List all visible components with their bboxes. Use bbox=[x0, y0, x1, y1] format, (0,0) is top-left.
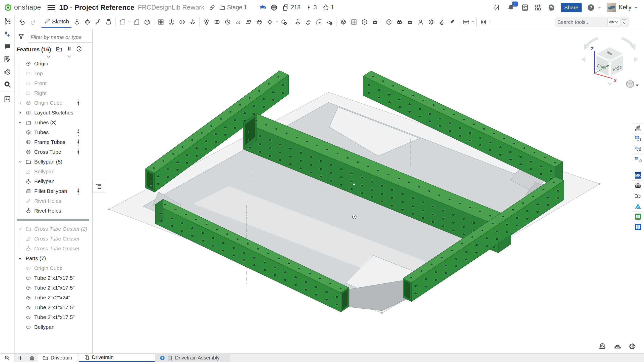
helix-icon[interactable] bbox=[222, 16, 233, 28]
feature-row-cross-tube-gusset[interactable]: Cross Tube Gusset bbox=[15, 244, 92, 253]
notes-icon[interactable] bbox=[2, 53, 13, 65]
undo-button[interactable] bbox=[17, 16, 28, 28]
thicken-icon[interactable] bbox=[187, 16, 198, 28]
mass-properties-icon[interactable] bbox=[628, 342, 636, 350]
linear-pattern-icon[interactable] bbox=[156, 16, 166, 28]
filter-funnel-icon[interactable] bbox=[18, 33, 25, 41]
triangle-logo-icon[interactable] bbox=[632, 201, 643, 211]
delete-face-icon[interactable] bbox=[324, 16, 335, 28]
search-tools-box[interactable]: Search tools... alt/⌥ c bbox=[555, 17, 629, 27]
replace-face-icon[interactable] bbox=[303, 16, 314, 28]
fillet-icon[interactable] bbox=[117, 16, 128, 28]
move-face-icon[interactable] bbox=[292, 16, 303, 28]
marker-tool-icon[interactable] bbox=[447, 16, 458, 28]
drag-handle-dots[interactable] bbox=[77, 148, 79, 157]
search-model-icon[interactable] bbox=[2, 78, 13, 91]
feature-row-bellypan-5-[interactable]: Bellypan (5) bbox=[15, 157, 92, 167]
rollback-bar[interactable] bbox=[17, 219, 89, 221]
learning-cap-icon[interactable] bbox=[259, 4, 266, 11]
name-tag-caret-icon[interactable] bbox=[471, 16, 475, 28]
feature-row-cross-tube-gusset-2-[interactable]: Cross Tube Gusset (2) bbox=[15, 224, 92, 234]
feature-row-origin-cube[interactable]: Origin Cube bbox=[15, 263, 92, 273]
tab-partstudio-drivetrain[interactable]: Drivetrain bbox=[79, 354, 155, 362]
tasks-checklist-icon[interactable] bbox=[521, 4, 529, 11]
apps-grid-icon[interactable] bbox=[534, 4, 542, 11]
help-caret-icon[interactable] bbox=[597, 5, 602, 10]
feature-row-tube-2-x1-x17-5-[interactable]: Tube 2"x1"x17.5" bbox=[15, 283, 92, 293]
protractor-icon[interactable] bbox=[613, 342, 622, 350]
tab-folder-drivetrain[interactable]: Drivetrain bbox=[38, 354, 79, 362]
config-cube-icon[interactable] bbox=[632, 144, 643, 154]
feature-row-rivet-holes[interactable]: Rivet Holes bbox=[15, 196, 92, 206]
chevron-collapsed-icon[interactable] bbox=[17, 101, 23, 105]
robot-belt-tool-icon[interactable] bbox=[394, 16, 405, 28]
config-variable-icon[interactable]: (x) bbox=[632, 154, 643, 165]
feature-row-bellypan[interactable]: Bellypan bbox=[15, 322, 92, 332]
robot-intake-tool-icon[interactable] bbox=[405, 16, 415, 28]
loft-icon[interactable] bbox=[103, 16, 114, 28]
learning-center-icon[interactable] bbox=[547, 4, 555, 12]
feature-row-tubes-3-[interactable]: Tubes (3) bbox=[15, 117, 92, 127]
chevron-expanded-icon[interactable] bbox=[17, 120, 23, 125]
split-face-icon[interactable] bbox=[243, 16, 254, 28]
delete-part-icon[interactable] bbox=[279, 16, 289, 28]
view-cube[interactable]: Top Front Right Z X bbox=[568, 33, 641, 96]
composite-part-icon[interactable] bbox=[201, 16, 212, 28]
export-branch-icon[interactable] bbox=[632, 191, 643, 201]
performance-icon[interactable] bbox=[2, 65, 13, 78]
tab-search-button[interactable] bbox=[0, 354, 15, 362]
like-icon[interactable] bbox=[322, 4, 329, 11]
feature-row-tube-2-x1-x17-5-[interactable]: Tube 2"x1"x17.5" bbox=[15, 312, 92, 322]
modify-fillet-icon[interactable] bbox=[314, 16, 324, 28]
name-tag-icon[interactable] bbox=[461, 16, 471, 28]
redo-button[interactable] bbox=[28, 16, 38, 28]
link-icon[interactable] bbox=[209, 4, 215, 11]
insert-version-icon[interactable] bbox=[2, 28, 13, 40]
nut-tool-icon[interactable] bbox=[384, 16, 394, 28]
bom-list-icon[interactable] bbox=[2, 93, 13, 105]
feature-row-rivet-holes[interactable]: Rivet Holes bbox=[15, 206, 92, 216]
named-views-icon[interactable] bbox=[478, 16, 489, 28]
robot-tool-icon[interactable] bbox=[370, 16, 380, 28]
feature-row-cross-tube[interactable]: Cross Tube bbox=[15, 147, 92, 157]
book-blue-icon[interactable] bbox=[632, 222, 643, 232]
feature-row-origin-cube[interactable]: Origin Cube bbox=[15, 98, 92, 108]
comment-icon[interactable] bbox=[2, 40, 13, 53]
collapse-tree-button[interactable] bbox=[92, 180, 105, 192]
feature-row-layout-sketches[interactable]: Layout Sketches bbox=[15, 108, 92, 117]
feature-row-tubes[interactable]: Tubes bbox=[15, 127, 92, 137]
view-options-button[interactable] bbox=[627, 80, 639, 88]
robot-widget-icon[interactable] bbox=[632, 180, 643, 191]
variable-icon[interactable]: (x) bbox=[233, 16, 243, 28]
feature-row-tube-2-x1-x17-5-[interactable]: Tube 2"x1"x17.5" bbox=[15, 273, 92, 283]
mk-logo-icon[interactable]: MK bbox=[632, 170, 643, 180]
transform-caret-icon[interactable] bbox=[275, 16, 279, 28]
extrude-icon[interactable] bbox=[71, 16, 82, 28]
filter-input[interactable] bbox=[28, 32, 93, 43]
gear-tool-icon[interactable] bbox=[426, 16, 436, 28]
feature-row-front[interactable]: Front bbox=[15, 78, 92, 88]
versions-dots-icon[interactable] bbox=[306, 4, 312, 11]
feature-row-fillet-bellypan[interactable]: Fillet Bellypan bbox=[15, 186, 92, 196]
home-tab-button[interactable] bbox=[26, 354, 38, 362]
featurescript-icon[interactable] bbox=[493, 4, 501, 11]
help-icon[interactable]: ? bbox=[587, 3, 595, 12]
version-graph-icon[interactable] bbox=[2, 15, 13, 28]
tab-assembly-drivetrain[interactable]: Drivetrain Assembly bbox=[155, 354, 230, 362]
feature-row-tube-2-x1-x17-5-[interactable]: Tube 2"x1"x17.5" bbox=[15, 302, 92, 312]
feature-row-frame-tubes[interactable]: Frame Tubes bbox=[15, 137, 92, 147]
avatar[interactable] bbox=[607, 3, 616, 12]
person-tool-icon[interactable] bbox=[415, 16, 426, 28]
feature-row-origin[interactable]: Origin bbox=[15, 59, 92, 68]
drag-handle-dots[interactable] bbox=[77, 138, 79, 147]
sketch-button[interactable]: Sketch bbox=[42, 16, 71, 28]
new-tab-button[interactable] bbox=[15, 354, 26, 362]
config-table-icon[interactable] bbox=[632, 134, 643, 144]
feature-row-cross-tube-gusset[interactable]: Cross Tube Gusset bbox=[15, 234, 92, 244]
3d-viewport[interactable]: Top Front Right Z X (x)MK bbox=[93, 29, 644, 353]
mirror-icon[interactable] bbox=[177, 16, 187, 28]
user-name[interactable]: Kelly bbox=[619, 4, 631, 11]
drag-handle-dots[interactable] bbox=[77, 129, 79, 137]
appearance-swatches-icon[interactable] bbox=[632, 123, 643, 134]
copies-icon[interactable] bbox=[282, 4, 289, 11]
